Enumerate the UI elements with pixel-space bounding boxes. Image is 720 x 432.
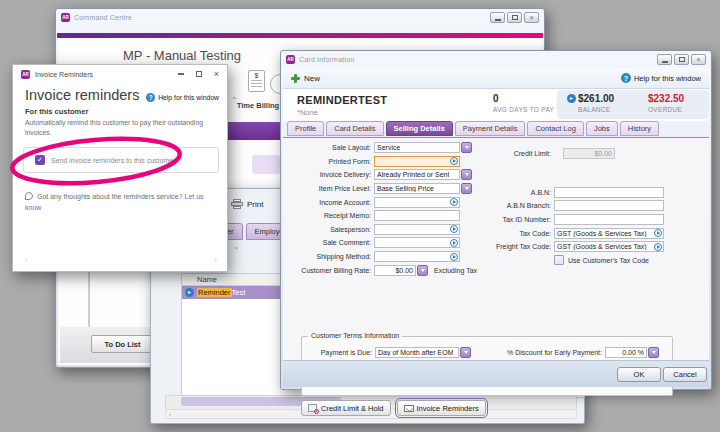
zoom-arrow-icon[interactable]: ▸: [567, 94, 576, 103]
minimize-button[interactable]: [657, 54, 672, 65]
dialog-heading: Invoice reminders: [25, 87, 139, 103]
lookup-arrow-icon[interactable]: [450, 225, 458, 233]
envelope-icon: [404, 405, 414, 412]
minimize-icon: [662, 61, 668, 63]
field-label: Item Price Level:: [296, 185, 371, 192]
help-link[interactable]: ? Help for this window: [146, 93, 219, 102]
action-buttons: Credit Limit & HoldInvoice Reminders: [301, 400, 486, 416]
field-value: Service: [377, 144, 400, 151]
a-b-n-branch-field[interactable]: [554, 200, 664, 211]
close-button[interactable]: ×: [691, 54, 706, 65]
dialog-title: Invoice Reminders: [35, 71, 93, 78]
credit-limit-icon: [308, 404, 318, 413]
item-price-level-field[interactable]: Base Selling Price: [374, 183, 460, 194]
field-label: Freight Tax Code:: [461, 243, 551, 250]
form-row-use-customer-s-tax-code: Use Customer's Tax Code: [461, 254, 691, 268]
tax-code-field[interactable]: GST (Goods & Services Tax): [554, 228, 664, 239]
flow-item-label: Time Billing: [236, 101, 280, 110]
tab-jobs[interactable]: Jobs: [586, 121, 618, 136]
reminders-checkbox-card[interactable]: ✓ Send invoice reminders to this custome…: [23, 147, 219, 173]
cancel-button[interactable]: Cancel: [663, 367, 707, 382]
chevron-down-icon: ⌄: [233, 242, 240, 251]
lookup-arrow-icon[interactable]: [450, 198, 458, 206]
dropdown-arrow-icon[interactable]: [417, 265, 428, 276]
sale-comment-field[interactable]: [374, 237, 460, 248]
use-customer-s-tax-code-checkbox[interactable]: [554, 255, 564, 265]
maximize-icon: [512, 15, 518, 20]
lookup-arrow-icon[interactable]: [450, 239, 458, 247]
field-label: Invoice Delivery:: [296, 171, 371, 178]
stat-overdue: $232.50OVERDUE: [648, 93, 684, 113]
stat-avg-days-to-pay: 0AVG DAYS TO PAY: [493, 93, 554, 113]
close-icon: ×: [529, 14, 533, 21]
close-icon: ×: [696, 56, 700, 63]
invoice-reminders-button[interactable]: Invoice Reminders: [397, 400, 486, 416]
tab-history[interactable]: History: [620, 121, 659, 136]
receipt-memo-field[interactable]: [374, 210, 460, 221]
minimize-button[interactable]: [490, 12, 505, 23]
field-label: Income Account:: [296, 199, 371, 206]
form-row-freight-tax-code: Freight Tax Code:GST (Goods & Services T…: [461, 240, 691, 254]
tax-id-number-field[interactable]: [554, 214, 664, 225]
search-highlight: Reminder: [197, 288, 232, 297]
tab-card-details[interactable]: Card Details: [326, 121, 383, 136]
form-row-a-b-n: A.B.N:: [461, 186, 691, 200]
field-value: Base Selling Price: [377, 185, 434, 192]
print-button[interactable]: Print: [231, 199, 263, 209]
maximize-icon[interactable]: [196, 71, 202, 77]
sale-layout-field[interactable]: Service: [374, 142, 460, 153]
income-account-field[interactable]: [374, 197, 460, 208]
checkbox-checked-icon[interactable]: ✓: [35, 155, 45, 165]
command-centre-titlebar: AR Command Centre ×: [56, 9, 544, 26]
field-label: Shipping Method:: [296, 253, 371, 260]
company-heading: MP - Manual Testing: [123, 48, 241, 63]
time-billing-icon[interactable]: $: [248, 70, 265, 92]
invoice-delivery-field[interactable]: Already Printed or Sent: [374, 169, 460, 180]
field-label: Credit Limit:: [461, 150, 551, 157]
field-value: Already Printed or Sent: [377, 171, 449, 178]
group-legend: Customer Terms Information: [308, 332, 402, 339]
scroll-left-icon[interactable]: ‹: [169, 411, 171, 417]
field-label: Tax Code:: [461, 230, 551, 237]
freight-tax-code-field[interactable]: GST (Goods & Services Tax): [554, 241, 664, 252]
printed-form-field[interactable]: [374, 156, 460, 167]
tab-contact-log[interactable]: Contact Log: [527, 121, 583, 136]
lookup-arrow-icon[interactable]: [654, 229, 662, 237]
tab-selling-details[interactable]: Selling Details: [386, 121, 453, 136]
lookup-arrow-icon[interactable]: [450, 157, 458, 165]
close-icon[interactable]: ×: [214, 70, 219, 79]
maximize-button[interactable]: [674, 54, 689, 65]
card-information-window: AR Card Information × New ? Help for thi…: [280, 50, 712, 390]
dropdown-arrow-icon[interactable]: [648, 347, 659, 358]
maximize-button[interactable]: [507, 12, 522, 23]
window-title: Card Information: [299, 56, 354, 63]
close-button[interactable]: ×: [524, 12, 539, 23]
customer-billing-rate-field[interactable]: $0.00: [374, 265, 416, 276]
credit-limit-field: $0.00: [563, 148, 615, 159]
shipping-method-field[interactable]: [374, 251, 460, 262]
form-row-discount-for-early-payment: % Discount for Early Payment:0.00 %: [440, 345, 659, 359]
stat-label: OVERDUE: [648, 106, 684, 113]
lookup-arrow-icon[interactable]: [654, 243, 662, 251]
ok-button[interactable]: OK: [617, 367, 661, 382]
checkbox-label: Send invoice reminders to this customer: [51, 157, 176, 164]
card-information-titlebar: AR Card Information ×: [281, 51, 711, 68]
new-button[interactable]: New: [291, 74, 320, 83]
field-label: % Discount for Early Payment:: [440, 349, 602, 356]
salesperson-field[interactable]: [374, 224, 460, 235]
stat-balance: ▸$261.00BALANCE: [578, 93, 614, 113]
minimize-icon[interactable]: [178, 73, 184, 75]
ar-logo-icon: AR: [61, 13, 70, 22]
help-link[interactable]: ? Help for this window: [621, 73, 701, 83]
discount-for-early-payment-field[interactable]: 0.00 %: [605, 347, 647, 358]
zoom-arrow-icon[interactable]: ▸: [185, 288, 194, 297]
checkbox-label: Use Customer's Tax Code: [568, 257, 649, 264]
tab-profile[interactable]: Profile: [287, 121, 324, 136]
ar-logo-icon: AR: [286, 55, 295, 64]
a-b-n-field[interactable]: [554, 187, 664, 198]
field-label: Tax ID Number:: [461, 216, 551, 223]
lookup-arrow-icon[interactable]: [450, 253, 458, 261]
field-label: Sale Comment:: [296, 239, 371, 246]
tab-payment-details[interactable]: Payment Details: [455, 121, 526, 136]
credit-limit-hold-button[interactable]: Credit Limit & Hold: [301, 400, 391, 416]
